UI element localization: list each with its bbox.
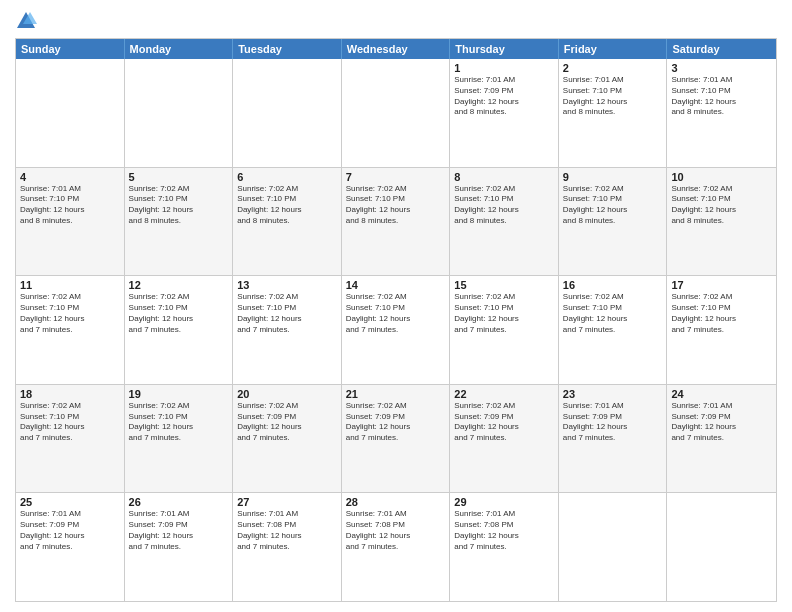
cell-date-number: 4 [20,171,120,183]
cal-cell-18: 18Sunrise: 7:02 AM Sunset: 7:10 PM Dayli… [16,385,125,493]
cell-date-number: 8 [454,171,554,183]
cell-date-number: 14 [346,279,446,291]
cell-info-text: Sunrise: 7:02 AM Sunset: 7:10 PM Dayligh… [454,292,554,335]
cell-date-number: 27 [237,496,337,508]
cell-date-number: 16 [563,279,663,291]
cell-date-number: 26 [129,496,229,508]
logo-icon [15,10,37,32]
cal-cell-11: 11Sunrise: 7:02 AM Sunset: 7:10 PM Dayli… [16,276,125,384]
cell-date-number: 25 [20,496,120,508]
cell-info-text: Sunrise: 7:01 AM Sunset: 7:10 PM Dayligh… [563,75,663,118]
cell-date-number: 6 [237,171,337,183]
cell-date-number: 7 [346,171,446,183]
cell-date-number: 20 [237,388,337,400]
cell-info-text: Sunrise: 7:02 AM Sunset: 7:10 PM Dayligh… [563,184,663,227]
cal-cell-24: 24Sunrise: 7:01 AM Sunset: 7:09 PM Dayli… [667,385,776,493]
cal-cell-22: 22Sunrise: 7:02 AM Sunset: 7:09 PM Dayli… [450,385,559,493]
cal-cell-5: 5Sunrise: 7:02 AM Sunset: 7:10 PM Daylig… [125,168,234,276]
cell-date-number: 13 [237,279,337,291]
cal-cell-19: 19Sunrise: 7:02 AM Sunset: 7:10 PM Dayli… [125,385,234,493]
cell-info-text: Sunrise: 7:02 AM Sunset: 7:10 PM Dayligh… [20,401,120,444]
cell-date-number: 3 [671,62,772,74]
cal-cell-28: 28Sunrise: 7:01 AM Sunset: 7:08 PM Dayli… [342,493,451,601]
cal-cell-25: 25Sunrise: 7:01 AM Sunset: 7:09 PM Dayli… [16,493,125,601]
cal-cell-13: 13Sunrise: 7:02 AM Sunset: 7:10 PM Dayli… [233,276,342,384]
cell-info-text: Sunrise: 7:02 AM Sunset: 7:10 PM Dayligh… [346,184,446,227]
calendar-row-5: 25Sunrise: 7:01 AM Sunset: 7:09 PM Dayli… [16,492,776,601]
cal-cell-23: 23Sunrise: 7:01 AM Sunset: 7:09 PM Dayli… [559,385,668,493]
cal-cell-9: 9Sunrise: 7:02 AM Sunset: 7:10 PM Daylig… [559,168,668,276]
calendar-row-4: 18Sunrise: 7:02 AM Sunset: 7:10 PM Dayli… [16,384,776,493]
calendar-body: 1Sunrise: 7:01 AM Sunset: 7:09 PM Daylig… [16,59,776,601]
cal-cell-2: 2Sunrise: 7:01 AM Sunset: 7:10 PM Daylig… [559,59,668,167]
calendar-header-row: SundayMondayTuesdayWednesdayThursdayFrid… [16,39,776,59]
cal-header-monday: Monday [125,39,234,59]
cell-date-number: 15 [454,279,554,291]
cal-header-wednesday: Wednesday [342,39,451,59]
cal-cell-8: 8Sunrise: 7:02 AM Sunset: 7:10 PM Daylig… [450,168,559,276]
cal-cell-14: 14Sunrise: 7:02 AM Sunset: 7:10 PM Dayli… [342,276,451,384]
cal-cell-27: 27Sunrise: 7:01 AM Sunset: 7:08 PM Dayli… [233,493,342,601]
cal-cell-26: 26Sunrise: 7:01 AM Sunset: 7:09 PM Dayli… [125,493,234,601]
calendar-row-2: 4Sunrise: 7:01 AM Sunset: 7:10 PM Daylig… [16,167,776,276]
page: SundayMondayTuesdayWednesdayThursdayFrid… [0,0,792,612]
cell-date-number: 1 [454,62,554,74]
cell-info-text: Sunrise: 7:01 AM Sunset: 7:08 PM Dayligh… [237,509,337,552]
cal-cell-10: 10Sunrise: 7:02 AM Sunset: 7:10 PM Dayli… [667,168,776,276]
calendar-row-1: 1Sunrise: 7:01 AM Sunset: 7:09 PM Daylig… [16,59,776,167]
cal-header-sunday: Sunday [16,39,125,59]
cell-date-number: 23 [563,388,663,400]
cell-info-text: Sunrise: 7:01 AM Sunset: 7:08 PM Dayligh… [346,509,446,552]
cell-info-text: Sunrise: 7:02 AM Sunset: 7:10 PM Dayligh… [671,292,772,335]
calendar-row-3: 11Sunrise: 7:02 AM Sunset: 7:10 PM Dayli… [16,275,776,384]
cell-info-text: Sunrise: 7:02 AM Sunset: 7:10 PM Dayligh… [129,184,229,227]
cell-info-text: Sunrise: 7:02 AM Sunset: 7:09 PM Dayligh… [346,401,446,444]
cal-cell-empty [667,493,776,601]
cell-date-number: 10 [671,171,772,183]
cell-date-number: 21 [346,388,446,400]
cal-cell-empty [342,59,451,167]
cal-header-saturday: Saturday [667,39,776,59]
cell-info-text: Sunrise: 7:02 AM Sunset: 7:10 PM Dayligh… [237,292,337,335]
cal-cell-7: 7Sunrise: 7:02 AM Sunset: 7:10 PM Daylig… [342,168,451,276]
cal-cell-empty [233,59,342,167]
cell-date-number: 22 [454,388,554,400]
cell-info-text: Sunrise: 7:01 AM Sunset: 7:10 PM Dayligh… [671,75,772,118]
cell-info-text: Sunrise: 7:02 AM Sunset: 7:09 PM Dayligh… [454,401,554,444]
cell-date-number: 2 [563,62,663,74]
cell-info-text: Sunrise: 7:02 AM Sunset: 7:10 PM Dayligh… [20,292,120,335]
cell-date-number: 18 [20,388,120,400]
header [15,10,777,32]
cell-info-text: Sunrise: 7:02 AM Sunset: 7:10 PM Dayligh… [129,292,229,335]
cal-cell-12: 12Sunrise: 7:02 AM Sunset: 7:10 PM Dayli… [125,276,234,384]
cal-cell-3: 3Sunrise: 7:01 AM Sunset: 7:10 PM Daylig… [667,59,776,167]
cal-cell-15: 15Sunrise: 7:02 AM Sunset: 7:10 PM Dayli… [450,276,559,384]
cell-info-text: Sunrise: 7:02 AM Sunset: 7:10 PM Dayligh… [563,292,663,335]
cell-date-number: 19 [129,388,229,400]
cal-cell-empty [125,59,234,167]
cell-date-number: 17 [671,279,772,291]
cell-date-number: 28 [346,496,446,508]
cell-info-text: Sunrise: 7:01 AM Sunset: 7:09 PM Dayligh… [129,509,229,552]
cal-cell-21: 21Sunrise: 7:02 AM Sunset: 7:09 PM Dayli… [342,385,451,493]
cell-info-text: Sunrise: 7:02 AM Sunset: 7:10 PM Dayligh… [346,292,446,335]
cell-info-text: Sunrise: 7:01 AM Sunset: 7:10 PM Dayligh… [20,184,120,227]
cell-date-number: 9 [563,171,663,183]
cal-header-tuesday: Tuesday [233,39,342,59]
cell-info-text: Sunrise: 7:01 AM Sunset: 7:09 PM Dayligh… [454,75,554,118]
cell-date-number: 24 [671,388,772,400]
cell-info-text: Sunrise: 7:01 AM Sunset: 7:09 PM Dayligh… [671,401,772,444]
cell-info-text: Sunrise: 7:02 AM Sunset: 7:10 PM Dayligh… [454,184,554,227]
cal-cell-29: 29Sunrise: 7:01 AM Sunset: 7:08 PM Dayli… [450,493,559,601]
cal-cell-6: 6Sunrise: 7:02 AM Sunset: 7:10 PM Daylig… [233,168,342,276]
cell-info-text: Sunrise: 7:02 AM Sunset: 7:10 PM Dayligh… [237,184,337,227]
calendar: SundayMondayTuesdayWednesdayThursdayFrid… [15,38,777,602]
cell-date-number: 12 [129,279,229,291]
cal-cell-empty [559,493,668,601]
cell-info-text: Sunrise: 7:02 AM Sunset: 7:09 PM Dayligh… [237,401,337,444]
cell-info-text: Sunrise: 7:02 AM Sunset: 7:10 PM Dayligh… [671,184,772,227]
logo [15,10,41,32]
cal-header-friday: Friday [559,39,668,59]
cal-cell-empty [16,59,125,167]
cell-date-number: 11 [20,279,120,291]
